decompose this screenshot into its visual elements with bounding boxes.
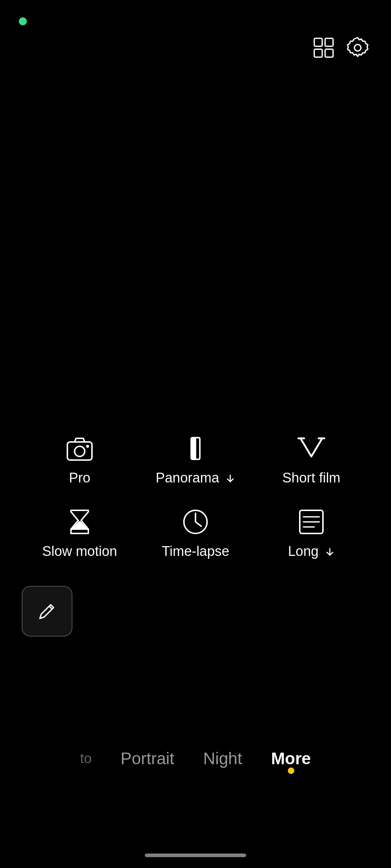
short-film-label: Short film: [282, 470, 340, 486]
svg-point-7: [86, 445, 89, 448]
edit-button[interactable]: [22, 586, 72, 637]
mode-short-film[interactable]: Short film: [253, 434, 369, 486]
mode-panorama[interactable]: Panorama: [138, 434, 253, 486]
svg-point-6: [75, 446, 85, 456]
grid-icon[interactable]: [312, 36, 335, 61]
home-indicator: [145, 854, 246, 857]
svg-rect-5: [67, 442, 92, 460]
mode-slow-motion[interactable]: Slow motion: [22, 507, 138, 559]
top-icons-container: [312, 36, 369, 61]
svg-rect-1: [325, 38, 333, 46]
settings-icon[interactable]: [346, 36, 369, 61]
green-dot-indicator: [19, 17, 27, 25]
nav-item-photo-partial[interactable]: to: [80, 751, 92, 772]
nav-item-night[interactable]: Night: [203, 749, 242, 774]
nav-item-more[interactable]: More: [271, 749, 311, 774]
panorama-label: Panorama: [156, 470, 235, 486]
slow-motion-icon: [65, 507, 94, 536]
svg-rect-11: [192, 438, 195, 459]
mode-pro[interactable]: Pro: [22, 434, 138, 486]
camera-icon: [65, 434, 94, 463]
modes-grid: Pro Panorama: [0, 434, 391, 559]
time-lapse-label: Time-lapse: [162, 544, 230, 559]
slow-motion-label: Slow motion: [42, 544, 117, 559]
bottom-nav: to Portrait Night More: [0, 749, 391, 774]
nav-item-portrait[interactable]: Portrait: [121, 749, 174, 774]
mode-time-lapse[interactable]: Time-lapse: [138, 507, 253, 559]
mode-long[interactable]: Long: [253, 507, 369, 559]
long-label: Long: [288, 544, 335, 559]
panorama-icon: [181, 434, 210, 463]
svg-rect-3: [325, 49, 333, 57]
svg-point-4: [354, 44, 361, 51]
time-lapse-icon: [181, 507, 210, 536]
svg-rect-2: [314, 49, 322, 57]
pro-label: Pro: [69, 470, 90, 486]
long-icon: [297, 507, 326, 536]
short-film-icon: [297, 434, 326, 463]
svg-rect-0: [314, 38, 322, 46]
